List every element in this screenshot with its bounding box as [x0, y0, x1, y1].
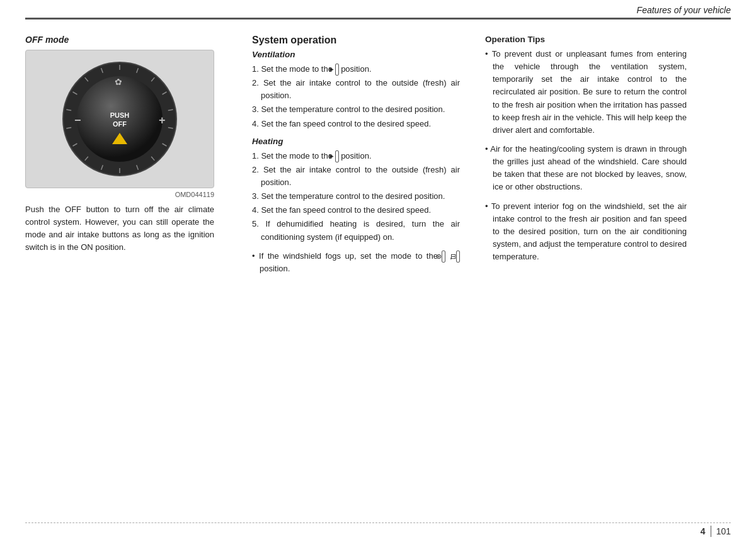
page-number: 101 — [716, 526, 731, 536]
footer-page-info: 4 101 — [25, 526, 731, 537]
image-caption: OMD044119 — [25, 191, 214, 198]
heating-bullet-list: If the windshield fogs up, set the mode … — [252, 250, 460, 275]
svg-text:PUSH: PUSH — [110, 111, 130, 119]
off-mode-description: Push the OFF button to turn off the air … — [25, 203, 214, 254]
list-item: If the windshield fogs up, set the mode … — [252, 250, 460, 275]
ventilation-list: 1. Set the mode to the ➤ position. 2. Se… — [252, 63, 460, 130]
footer-separator — [711, 526, 711, 537]
list-item: 1. Set the mode to the ➤ position. — [252, 150, 460, 162]
list-item: 4. Set the fan speed control to the desi… — [252, 118, 460, 130]
operation-tips-title: Operation Tips — [485, 35, 687, 44]
off-mode-image: − + ✿ PUSH OFF — [25, 50, 214, 188]
heat-mode-icon: ➤ — [335, 150, 339, 162]
system-operation-title: System operation — [252, 35, 460, 46]
page-footer: 4 101 — [0, 519, 756, 542]
tip-item-3: To prevent interior fog on the windshiel… — [485, 200, 687, 264]
ventilation-title: Ventilation — [252, 50, 460, 59]
tip-item-2: Air for the heating/cooling system is dr… — [485, 143, 687, 194]
dial-svg: − + ✿ PUSH OFF — [57, 56, 183, 182]
right-column: Operation Tips To prevent dust or unplea… — [472, 35, 687, 281]
svg-text:+: + — [159, 114, 166, 127]
svg-text:✿: ✿ — [115, 77, 122, 87]
list-item: 3. Set the temperature control to the de… — [252, 103, 460, 116]
svg-text:−: − — [74, 114, 81, 127]
off-mode-title: OFF mode — [25, 35, 227, 45]
header-title: Features of your vehicle — [637, 5, 731, 15]
operation-tips-list: To prevent dust or unpleasant fumes from… — [485, 48, 687, 263]
mode-icon: ➤ — [335, 64, 339, 76]
tip-item-1: To prevent dust or unpleasant fumes from… — [485, 48, 687, 137]
list-item: 5. If dehumidified heating is desired, t… — [252, 218, 460, 243]
list-item: 1. Set the mode to the ➤ position. — [252, 63, 460, 76]
list-item: 4. Set the fan speed control to the desi… — [252, 204, 460, 217]
list-item: 2. Set the air intake control to the out… — [252, 77, 460, 102]
svg-point-19 — [77, 76, 163, 162]
page-header: Features of your vehicle — [0, 0, 756, 18]
left-column: OFF mode — [25, 35, 239, 281]
fog-mode-icon1: ⊛ — [442, 251, 445, 263]
heating-title: Heating — [252, 137, 460, 146]
fog-mode-icon2: ⊟ — [456, 251, 460, 263]
list-item: 2. Set the air intake control to the out… — [252, 164, 460, 189]
heating-list: 1. Set the mode to the ➤ position. 2. Se… — [252, 150, 460, 244]
footer-divider — [25, 522, 731, 523]
main-content: OFF mode — [0, 20, 756, 281]
list-item: 3. Set the temperature control to the de… — [252, 190, 460, 203]
svg-text:OFF: OFF — [113, 120, 127, 128]
middle-column: System operation Ventilation 1. Set the … — [239, 35, 472, 281]
chapter-number: 4 — [701, 526, 706, 536]
